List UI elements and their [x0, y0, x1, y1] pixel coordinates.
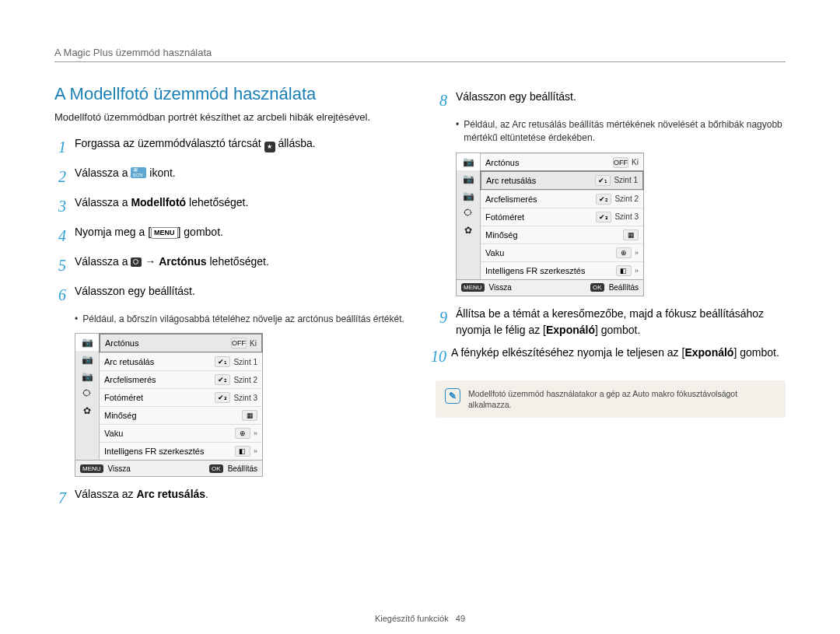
menu-row-icon: ✔₂ [596, 194, 611, 205]
menu-row: Fotóméret✔₃Szint 3 [100, 388, 262, 406]
step-number: 7 [54, 486, 70, 510]
menu-footer: MENUVisszaOKBeállítás [75, 460, 262, 476]
menu-tab: 📷 [75, 351, 99, 368]
menu-row-label: Minőség [104, 411, 239, 420]
chevron-right-icon: » [635, 249, 639, 257]
menu-footer-back-btn: MENU [461, 283, 485, 292]
step: 6Válasszon egy beállítást. [54, 283, 404, 306]
menu-row: ArctónusOFFKi [481, 153, 643, 171]
menu-tab: ✿ [457, 222, 480, 239]
step-body: A fénykép elkészítéséhez nyomja le telje… [451, 345, 786, 368]
step-sub-bullet: Például, az Arc retusálás beállítás mért… [456, 118, 786, 145]
menu-tab: 📷 [457, 170, 480, 187]
step-body: Válassza a → Arctónus lehetőséget. [75, 254, 404, 277]
footer-label: Kiegészítő funkciók [375, 614, 449, 623]
menu-row-icon: OFF [613, 157, 628, 168]
menu-row-icon: ✔₃ [596, 212, 611, 222]
menu-row-label: Arcfelismerés [104, 375, 212, 384]
step-body: Forgassa az üzemmódválasztó tárcsát állá… [75, 135, 404, 159]
menu-row-label: Fotóméret [485, 212, 593, 222]
menu-row-icon: ✔₁ [215, 356, 230, 367]
menu-row-value: Szint 3 [233, 394, 257, 402]
menu-row-value: Szint 1 [233, 358, 257, 366]
menu-row-value: Szint 2 [614, 194, 639, 203]
menu-tab: ✿ [75, 402, 99, 419]
menu-row-label: Fotóméret [104, 393, 212, 402]
menu-tab: 📷 [457, 153, 480, 170]
intro-text: Modellfotó üzemmódban portrét készíthet … [54, 110, 404, 124]
menu-footer: MENUVisszaOKBeállítás [457, 279, 643, 296]
page-footer: Kiegészítő funkciók 49 [0, 614, 840, 623]
right-column: 8Válasszon egy beállítást.Például, az Ar… [436, 84, 786, 516]
page-number: 49 [456, 614, 465, 623]
menu-row: Minőség▦ [100, 406, 262, 424]
menu-footer-back-label: Vissza [108, 464, 131, 473]
menu-footer-back-label: Vissza [489, 283, 512, 292]
step: 7Válassza az Arc retusálás. [54, 486, 404, 510]
note-text: Modellfotó üzemmód használatakor a gép a… [468, 388, 776, 410]
menu-row-icon: ▦ [242, 410, 257, 421]
step-number: 10 [431, 345, 446, 368]
step-number: 5 [54, 254, 70, 277]
star-mode-icon [264, 142, 275, 152]
menu-footer-ok-label: Beállítás [228, 464, 257, 473]
step-body: Állítsa be a témát a keresőmezőbe, majd … [456, 306, 786, 338]
note-box: ✎ Modellfotó üzemmód használatakor a gép… [436, 380, 786, 418]
menu-row: Intelligens FR szerkesztés◧» [481, 261, 643, 279]
step-body: Válassza a Modellfotó lehetőséget. [75, 194, 404, 218]
left-column: A Modellfotó üzemmód használata Modellfo… [54, 84, 404, 516]
menu-row: Fotóméret✔₃Szint 3 [481, 208, 643, 226]
menu-row-icon: ⊕ [616, 247, 632, 258]
menu-row-label: Intelligens FR szerkesztés [104, 447, 232, 456]
menu-tab: 📷 [75, 334, 99, 351]
menu-row: Intelligens FR szerkesztés◧» [100, 442, 262, 460]
section-title: A Modellfotó üzemmód használata [54, 84, 404, 104]
menu-row-label: Arc retusálás [486, 176, 592, 185]
content-columns: A Modellfotó üzemmód használata Modellfo… [54, 84, 786, 516]
menu-row: ArctónusOFFKi [100, 334, 262, 352]
camera-icon [131, 257, 142, 267]
menu-row-icon: ✔₃ [215, 392, 230, 403]
step-sub-bullet: Például, a bőrszín világosabbá tételéhez… [75, 313, 404, 326]
step: 2Válassza a ikont. [54, 165, 404, 188]
note-icon: ✎ [445, 388, 460, 404]
menu-row-label: Arc retusálás [104, 357, 212, 366]
step-body: Válassza a ikont. [75, 165, 404, 188]
step-body: Nyomja meg a [MENU] gombot. [75, 224, 404, 247]
step-number: 4 [54, 224, 70, 247]
menu-row-icon: ⊕ [235, 428, 250, 439]
menu-row-icon: ◧ [235, 446, 250, 457]
menu-row: Arcfelismerés✔₂Szint 2 [100, 370, 262, 388]
menu-row: Arcfelismerés✔₂Szint 2 [481, 190, 643, 208]
scn-icon [131, 167, 146, 178]
menu-row-value: Szint 1 [614, 176, 638, 184]
menu-row: Vaku⊕» [100, 424, 262, 442]
menu-row-label: Vaku [485, 248, 613, 257]
menu-tab: 📷 [457, 187, 480, 205]
step-body: Válasszon egy beállítást. [75, 283, 404, 306]
chevron-right-icon: » [254, 447, 257, 455]
menu-row-label: Vaku [104, 429, 232, 438]
step: 1Forgassa az üzemmódválasztó tárcsát áll… [54, 135, 404, 159]
step-body: Válassza az Arc retusálás. [75, 486, 404, 510]
step-number: 8 [436, 89, 451, 112]
menu-row-icon: ◧ [616, 265, 632, 276]
menu-tab: 🌣 [75, 385, 99, 402]
menu-label-icon: MENU [151, 227, 178, 240]
step-body: Válasszon egy beállítást. [456, 89, 786, 112]
step: 8Válasszon egy beállítást. [436, 89, 786, 112]
step: 9Állítsa be a témát a keresőmezőbe, majd… [436, 306, 786, 338]
camera-menu-mock: 📷📷📷🌣✿ArctónusOFFKiArc retusálás✔₁Szint 1… [456, 152, 644, 296]
menu-row-icon: ▦ [623, 229, 639, 240]
menu-row-label: Arctónus [105, 338, 228, 348]
breadcrumb: A Magic Plus üzemmód használata [54, 47, 786, 62]
menu-footer-ok-btn: OK [209, 464, 223, 473]
menu-row-label: Minőség [485, 230, 620, 240]
menu-row-label: Arctónus [485, 158, 610, 167]
menu-row-icon: OFF [231, 338, 247, 349]
menu-row-label: Intelligens FR szerkesztés [485, 266, 613, 275]
step-number: 9 [436, 306, 451, 338]
menu-footer-ok-btn: OK [590, 283, 604, 292]
step-number: 6 [54, 283, 70, 306]
menu-tab: 🌣 [457, 205, 480, 222]
